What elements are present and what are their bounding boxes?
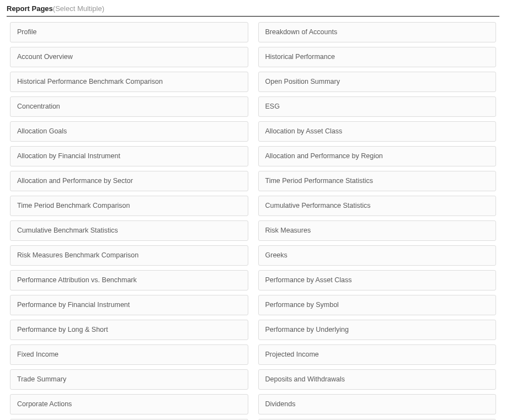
report-page-option[interactable]: Trade Summary — [10, 369, 248, 390]
report-page-option[interactable]: Performance by Underlying — [258, 320, 497, 340]
report-page-option[interactable]: Historical Performance Benchmark Compari… — [10, 72, 248, 92]
report-page-option[interactable]: Profile — [10, 22, 248, 42]
report-page-option[interactable]: Allocation Goals — [10, 121, 248, 142]
report-page-option[interactable]: Time Period Benchmark Comparison — [10, 196, 248, 216]
report-page-option[interactable]: Risk Measures — [258, 220, 497, 241]
report-page-option[interactable]: Breakdown of Accounts — [258, 22, 497, 42]
report-pages-grid: Profile Breakdown of Accounts Account Ov… — [7, 22, 499, 420]
report-page-option[interactable]: Time Period Performance Statistics — [258, 171, 497, 191]
report-page-option[interactable]: Fixed Income — [10, 344, 248, 365]
report-page-option[interactable]: Allocation by Asset Class — [258, 121, 497, 142]
report-page-option[interactable]: Deposits and Withdrawals — [258, 369, 497, 390]
report-page-option[interactable]: Allocation by Financial Instrument — [10, 146, 248, 166]
report-page-option[interactable]: Corporate Actions — [10, 394, 248, 414]
report-page-option[interactable]: Dividends — [258, 394, 497, 414]
report-page-option[interactable]: Allocation and Performance by Sector — [10, 171, 248, 191]
report-page-option[interactable]: Risk Measures Benchmark Comparison — [10, 245, 248, 266]
report-page-option[interactable]: Greeks — [258, 245, 497, 266]
report-page-option[interactable]: Performance by Financial Instrument — [10, 295, 248, 315]
report-page-option[interactable]: Historical Performance — [258, 47, 497, 67]
report-page-option[interactable]: Performance Attribution vs. Benchmark — [10, 270, 248, 290]
section-title: Report Pages — [7, 4, 53, 13]
report-page-option[interactable]: ESG — [258, 96, 497, 117]
report-page-option[interactable]: Open Position Summary — [258, 72, 497, 92]
section-hint: (Select Multiple) — [53, 4, 104, 13]
report-page-option[interactable]: Performance by Long & Short — [10, 320, 248, 340]
report-page-option[interactable]: Performance by Asset Class — [258, 270, 497, 290]
report-page-option[interactable]: Cumulative Performance Statistics — [258, 196, 497, 216]
section-header: Report Pages(Select Multiple) — [7, 4, 499, 17]
report-page-option[interactable]: Account Overview — [10, 47, 248, 67]
report-page-option[interactable]: Concentration — [10, 96, 248, 117]
report-page-option[interactable]: Cumulative Benchmark Statistics — [10, 220, 248, 241]
report-page-option[interactable]: Projected Income — [258, 344, 497, 365]
report-page-option[interactable]: Performance by Symbol — [258, 295, 497, 315]
report-page-option[interactable]: Allocation and Performance by Region — [258, 146, 497, 166]
